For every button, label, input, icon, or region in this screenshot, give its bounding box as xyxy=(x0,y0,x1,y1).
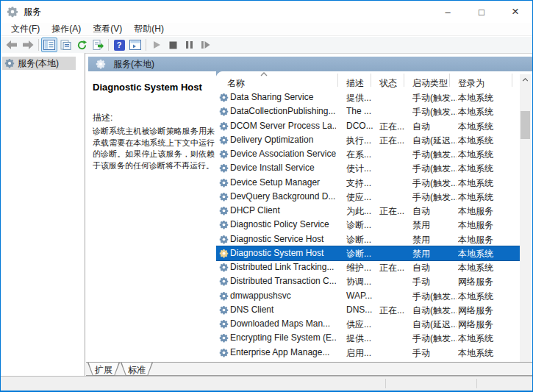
pause-service-icon[interactable] xyxy=(181,38,197,52)
view-tab-strip: 扩展 标准 xyxy=(86,362,532,376)
properties-icon[interactable] xyxy=(57,38,74,52)
cell-logon-as: 本地系统 xyxy=(458,347,509,360)
cell-startup-type: 禁用 xyxy=(412,219,457,232)
menu-bar: 文件(F) 操作(A) 查看(V) 帮助(H) xyxy=(1,23,532,36)
cell-logon-as: 网络服务 xyxy=(458,276,509,288)
stop-service-icon[interactable] xyxy=(165,38,181,52)
table-row[interactable]: Device Association Service 在系... 手动(触发..… xyxy=(216,147,520,161)
cell-description: 诊断... xyxy=(346,219,377,232)
table-row[interactable]: Diagnostic Policy Service 诊断... 禁用 本地服务 xyxy=(216,218,520,232)
menu-help[interactable]: 帮助(H) xyxy=(128,23,170,35)
export-list-icon[interactable] xyxy=(90,38,106,52)
cell-description: 诊断... xyxy=(346,234,377,246)
menu-file[interactable]: 文件(F) xyxy=(5,23,46,35)
scroll-up-icon[interactable] xyxy=(520,74,531,85)
service-gear-icon xyxy=(219,206,229,215)
show-console-tree-icon[interactable] xyxy=(41,38,57,52)
forward-icon[interactable] xyxy=(20,38,36,52)
cell-logon-as: 本地系统 xyxy=(458,177,509,190)
vertical-scrollbar[interactable] xyxy=(520,74,531,374)
tab-extended[interactable]: 扩展 xyxy=(87,363,120,376)
cell-status: 正在... xyxy=(379,121,410,133)
tree-item-services-local[interactable]: 服务(本地) xyxy=(2,57,76,70)
service-gear-icon xyxy=(219,277,229,286)
title-bar: 服务 – □ × xyxy=(1,1,532,23)
table-row[interactable]: Device Setup Manager 支持... 手动(触发... 本地系统 xyxy=(216,176,520,190)
service-gear-icon xyxy=(219,333,229,343)
column-header-logon[interactable]: 登录为 xyxy=(458,77,484,90)
service-gear-icon xyxy=(219,107,229,116)
cell-description: The ... xyxy=(346,106,377,116)
table-row[interactable]: DNS Client DNS... 正在... 自动(触发... 网络服务 xyxy=(216,303,520,317)
selected-service-title: Diagnostic System Host xyxy=(93,82,215,93)
cell-logon-as: 本地系统 xyxy=(458,149,509,161)
table-row[interactable]: Distributed Link Tracking... 维护... 正在...… xyxy=(216,260,520,274)
toolbar-separator xyxy=(108,39,109,51)
table-row[interactable]: DCOM Server Process La... DCO... 正在... 自… xyxy=(216,119,520,133)
service-gear-icon xyxy=(219,348,229,357)
service-gear-icon xyxy=(219,163,229,173)
cell-description: 在系... xyxy=(346,149,377,161)
table-row[interactable]: DevQuery Background D... 使应... 手动(触发... … xyxy=(216,190,520,204)
cell-name: Device Install Service xyxy=(230,163,336,173)
cell-logon-as: 本地服务 xyxy=(458,234,509,246)
cell-logon-as: 本地系统 xyxy=(458,163,509,175)
service-gear-icon xyxy=(219,135,229,145)
sort-ascending-icon xyxy=(260,72,268,76)
maximize-button[interactable]: □ xyxy=(465,1,498,23)
cell-startup-type: 自动(触发... xyxy=(412,304,457,317)
table-row[interactable]: Data Sharing Service 提供... 手动(触发... 本地系统 xyxy=(216,90,520,104)
menu-view[interactable]: 查看(V) xyxy=(87,23,128,35)
cell-description: 为此... xyxy=(346,205,377,218)
table-row[interactable]: Delivery Optimization 执行... 正在... 自动(延迟.… xyxy=(216,133,520,147)
column-divider[interactable] xyxy=(512,74,512,87)
back-icon[interactable] xyxy=(4,38,20,52)
refresh-icon[interactable] xyxy=(74,38,90,52)
table-row[interactable]: Diagnostic System Host 诊断... 禁用 本地系统 xyxy=(216,246,520,260)
column-divider[interactable] xyxy=(337,74,338,87)
column-header-name[interactable]: 名称 xyxy=(227,77,245,90)
cell-description: 协调... xyxy=(346,276,377,288)
tab-standard[interactable]: 标准 xyxy=(121,363,153,376)
cell-description: WAP... xyxy=(346,291,377,301)
start-service-icon[interactable] xyxy=(149,38,165,52)
panel-header-label: 服务(本地) xyxy=(113,58,154,71)
help-icon[interactable]: ? xyxy=(111,38,127,52)
table-row[interactable]: DataCollectionPublishing... The ... 手动(触… xyxy=(216,104,520,118)
cell-startup-type: 自动 xyxy=(412,121,457,133)
table-row[interactable]: Downloaded Maps Man... 供应... 自动(延迟... 网络… xyxy=(216,317,520,331)
cell-description: DNS... xyxy=(346,304,377,315)
cell-description: 支持... xyxy=(346,177,377,190)
column-header-status[interactable]: 状态 xyxy=(379,77,397,90)
cell-description: 使应... xyxy=(346,191,377,204)
cell-name: Diagnostic Policy Service xyxy=(230,219,336,229)
cell-logon-as: 本地系统 xyxy=(458,92,509,104)
extended-view-icon[interactable] xyxy=(127,38,143,52)
cell-status: 正在... xyxy=(379,205,410,218)
close-button[interactable]: × xyxy=(498,1,532,23)
column-header-desc[interactable]: 描述 xyxy=(346,77,364,90)
table-row[interactable]: Encrypting File System (E... 提供... 手动(触发… xyxy=(216,331,520,345)
table-row[interactable]: DHCP Client 为此... 正在... 自动 本地服务 xyxy=(216,204,520,218)
services-rows: Data Sharing Service 提供... 手动(触发... 本地系统… xyxy=(216,90,532,376)
column-divider[interactable] xyxy=(371,74,371,87)
cell-name: Encrypting File System (E... xyxy=(230,332,336,343)
restart-service-icon[interactable] xyxy=(197,38,213,52)
cell-status: 正在... xyxy=(379,304,410,317)
cell-name: DevQuery Background D... xyxy=(230,191,336,202)
table-row[interactable]: Diagnostic Service Host 诊断... 禁用 本地服务 xyxy=(216,232,520,246)
menu-action[interactable]: 操作(A) xyxy=(46,23,87,35)
cell-startup-type: 手动(触发... xyxy=(412,149,457,161)
column-divider[interactable] xyxy=(449,74,450,87)
column-header-startup[interactable]: 启动类型 xyxy=(412,77,448,90)
table-row[interactable]: dmwappushsvc WAP... 手动(触发... 本地系统 xyxy=(216,289,520,303)
cell-logon-as: 本地系统 xyxy=(458,135,509,147)
table-row[interactable]: Device Install Service 使计... 手动(触发... 本地… xyxy=(216,161,520,175)
table-row[interactable]: Enterprise App Manage... 启用... 手动 本地系统 xyxy=(216,346,520,360)
minimize-button[interactable]: – xyxy=(431,1,465,23)
description-label: 描述: xyxy=(93,112,215,124)
tab-extended-label: 扩展 xyxy=(87,364,120,377)
table-row[interactable]: Distributed Transaction C... 协调... 手动 网络… xyxy=(216,274,520,288)
scrollbar-thumb[interactable] xyxy=(521,111,530,139)
column-divider[interactable] xyxy=(404,74,404,87)
